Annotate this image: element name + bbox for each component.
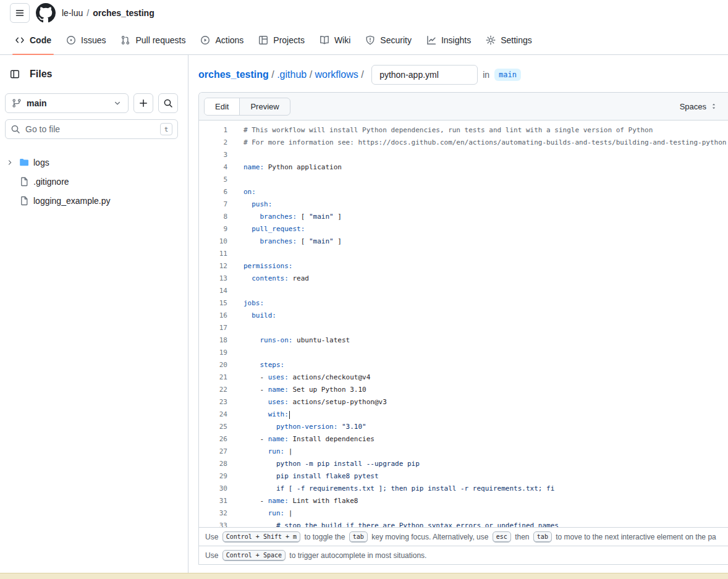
code-line[interactable]: 32 run: |: [199, 507, 728, 520]
code-line[interactable]: 28 python -m pip install --upgrade pip: [199, 458, 728, 470]
code-line[interactable]: 33 # stop the build if there are Python …: [199, 520, 728, 527]
pull-request-icon: [121, 35, 130, 45]
code-line[interactable]: 16 build:: [199, 310, 728, 322]
code-line[interactable]: 18 runs-on: ubuntu-latest: [199, 334, 728, 347]
code-line[interactable]: 8 branches: [ "main" ]: [199, 211, 728, 223]
code-line[interactable]: 26 - name: Install dependencies: [199, 433, 728, 446]
line-number: 14: [199, 285, 227, 297]
code-line[interactable]: 4name: Python application: [199, 161, 728, 174]
go-to-file-input[interactable]: Go to file t: [5, 119, 178, 139]
line-number: 29: [199, 470, 227, 483]
wiki-icon: [320, 35, 329, 45]
tab-security[interactable]: Security: [360, 26, 417, 54]
hint-text: to trigger autocomplete in most situatio…: [287, 551, 426, 560]
editor-hint-bar: Use Control + Space to trigger autocompl…: [199, 546, 728, 564]
filename-input[interactable]: [371, 65, 478, 85]
code-editor[interactable]: 1# This workflow will install Python dep…: [199, 120, 728, 527]
editor-tab-edit[interactable]: Edit: [205, 98, 240, 115]
line-content: branches: [ "main" ]: [227, 235, 342, 248]
code-line[interactable]: 21 - uses: actions/checkout@v4: [199, 371, 728, 384]
code-line[interactable]: 19: [199, 347, 728, 359]
line-number: 15: [199, 297, 227, 310]
line-content: # This workflow will install Python depe…: [227, 124, 653, 137]
code-line[interactable]: 13 contents: read: [199, 273, 728, 285]
line-content: push:: [227, 198, 272, 211]
chevron-up-down-icon: [709, 102, 718, 111]
line-content: [227, 347, 243, 359]
path-separator: /: [358, 69, 366, 80]
line-content: [227, 149, 243, 161]
code-line[interactable]: 24 with:: [199, 408, 728, 421]
code-line[interactable]: 14: [199, 285, 728, 297]
tab-settings[interactable]: Settings: [481, 26, 537, 54]
insights-icon: [426, 35, 436, 45]
line-number: 5: [199, 174, 227, 186]
branch-name: main: [27, 98, 108, 108]
line-content: build:: [227, 310, 276, 322]
tab-label: Insights: [441, 35, 471, 45]
git-branch-icon: [12, 98, 22, 108]
code-line[interactable]: 12permissions:: [199, 260, 728, 273]
breadcrumb-repo-link[interactable]: orches_testing: [93, 8, 154, 18]
shortcut-key-badge: t: [160, 123, 172, 135]
github-logo[interactable]: [36, 3, 56, 23]
breadcrumb-owner-link[interactable]: le-luu: [62, 8, 83, 18]
code-line[interactable]: 25 python-version: "3.10": [199, 421, 728, 433]
code-line[interactable]: 17: [199, 322, 728, 334]
line-content: name: Python application: [227, 161, 342, 174]
indent-mode-select[interactable]: Spaces: [675, 99, 723, 114]
code-line[interactable]: 1# This workflow will install Python dep…: [199, 124, 728, 137]
code-line[interactable]: 5: [199, 174, 728, 186]
code-line[interactable]: 2# For more information see: https://doc…: [199, 137, 728, 149]
text-cursor: [289, 411, 290, 419]
chevron-down-icon: [113, 99, 122, 108]
line-content: on:: [227, 186, 256, 198]
file-breadcrumb: orches_testing / .github / workflows /: [198, 69, 366, 80]
line-number: 23: [199, 396, 227, 408]
tab-insights[interactable]: Insights: [421, 26, 476, 54]
code-line[interactable]: 10 branches: [ "main" ]: [199, 235, 728, 248]
add-file-button[interactable]: [133, 93, 153, 113]
code-line[interactable]: 31 - name: Lint with flake8: [199, 495, 728, 507]
code-line[interactable]: 23 uses: actions/setup-python@v3: [199, 396, 728, 408]
path-segment[interactable]: .github: [277, 69, 307, 80]
code-line[interactable]: 11: [199, 248, 728, 260]
hamburger-menu-button[interactable]: [10, 3, 30, 23]
code-line[interactable]: 3: [199, 149, 728, 161]
line-content: # stop the build if there are Python syn…: [227, 520, 559, 527]
tab-label: Actions: [215, 35, 243, 45]
file-tree-item-logs[interactable]: logs: [5, 153, 178, 172]
tab-projects[interactable]: Projects: [253, 26, 310, 54]
line-content: runs-on: ubuntu-latest: [227, 334, 350, 347]
tab-wiki[interactable]: Wiki: [315, 26, 355, 54]
collapse-sidebar-button[interactable]: [5, 64, 25, 84]
file-tree-item-logging_example.py[interactable]: logging_example.py: [5, 191, 178, 210]
branch-selector[interactable]: main: [5, 93, 129, 113]
code-line[interactable]: 29 pip install flake8 pytest: [199, 470, 728, 483]
code-line[interactable]: 15jobs:: [199, 297, 728, 310]
tab-pull-requests[interactable]: Pull requests: [116, 26, 190, 54]
hint-text: key moving focus. Alternatively, use: [370, 533, 491, 541]
code-line[interactable]: 27 run: |: [199, 446, 728, 458]
code-line[interactable]: 6on:: [199, 186, 728, 198]
tab-actions[interactable]: Actions: [195, 26, 248, 54]
branch-badge[interactable]: main: [494, 69, 521, 81]
tab-code[interactable]: Code: [10, 26, 56, 54]
code-line[interactable]: 22 - name: Set up Python 3.10: [199, 384, 728, 396]
actions-icon: [200, 35, 210, 45]
code-line[interactable]: 7 push:: [199, 198, 728, 211]
line-number: 18: [199, 334, 227, 347]
path-segment[interactable]: workflows: [315, 69, 358, 80]
file-tree-item-.gitignore[interactable]: .gitignore: [5, 172, 178, 191]
settings-icon: [486, 35, 496, 45]
branch-row: main: [5, 93, 178, 113]
search-files-button[interactable]: [158, 93, 178, 113]
code-line[interactable]: 20 steps:: [199, 359, 728, 371]
main-content: orches_testing / .github / workflows / i…: [188, 55, 728, 579]
tab-issues[interactable]: Issues: [61, 26, 111, 54]
editor-tab-preview[interactable]: Preview: [240, 98, 289, 115]
path-segment[interactable]: orches_testing: [198, 69, 269, 80]
code-line[interactable]: 30 if [ -f requirements.txt ]; then pip …: [199, 483, 728, 495]
line-content: run: |: [227, 507, 293, 520]
code-line[interactable]: 9 pull_request:: [199, 223, 728, 235]
